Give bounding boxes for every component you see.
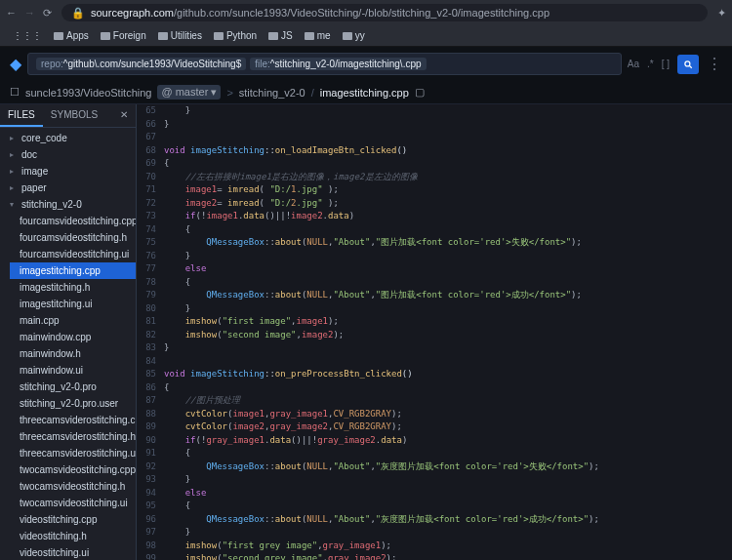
breadcrumb-folder[interactable]: stitching_v2-0 — [239, 87, 305, 99]
folder-core_code[interactable]: core_code — [0, 130, 136, 146]
code-line: 67 — [137, 131, 732, 144]
folder-icon — [54, 32, 63, 40]
code-line: 87 //图片预处理 — [137, 394, 732, 408]
bookmark-utilities[interactable]: Utilities — [153, 28, 207, 43]
bracket-toggle[interactable]: [ ] — [662, 59, 670, 69]
code-line: 66} — [137, 118, 732, 132]
close-icon[interactable]: ✕ — [112, 104, 136, 127]
file-videostitching-ui[interactable]: videostitching.ui — [10, 544, 136, 560]
folder-icon — [101, 32, 110, 40]
search-button[interactable] — [677, 55, 699, 74]
file-imagestitching-cpp[interactable]: imagestitching.cpp — [10, 262, 136, 279]
file-main-cpp[interactable]: main.cpp — [10, 312, 136, 329]
line-number: 92 — [137, 460, 164, 474]
file-imagestitching-ui[interactable]: imagestitching.ui — [10, 296, 136, 312]
bookmark-foreign[interactable]: Foreign — [96, 28, 151, 43]
code-line: 68void imageStitching::on_loadImageBtn_c… — [137, 144, 732, 158]
line-number: 94 — [137, 487, 164, 500]
line-number: 85 — [137, 368, 164, 381]
regex-toggle[interactable]: .* — [647, 59, 654, 69]
branch-at: @ master ▾ — [157, 85, 221, 100]
file-videostitching-h[interactable]: videostitching.h — [10, 528, 136, 544]
breadcrumb-file[interactable]: imagestitching.cpp — [320, 87, 409, 99]
file-threecamsviderostitching-cpp[interactable]: threecamsviderostitching.cpp — [10, 412, 136, 428]
file-fourcamsvideostitching-cpp[interactable]: fourcamsvideostitching.cpp — [10, 213, 136, 229]
case-toggle[interactable]: Aa — [628, 59, 639, 69]
back-icon[interactable]: ← — [6, 7, 17, 20]
extensions-icon[interactable]: ✦ — [717, 7, 726, 20]
code-line: 76 } — [137, 250, 732, 263]
file-twocamsvideostitching-cpp[interactable]: twocamsvideostitching.cpp — [10, 461, 136, 478]
code-line: 84 — [137, 355, 732, 369]
line-number: 86 — [137, 381, 164, 395]
file-fourcamsvideostitching-ui[interactable]: fourcamsvideostitching.ui — [10, 246, 136, 262]
file-videostitching-cpp[interactable]: videostitching.cpp — [10, 511, 136, 528]
url-path: /github.com/suncle1993/VideoStitching/-/… — [174, 7, 549, 19]
file-mainwindow-h[interactable]: mainwindow.h — [10, 345, 136, 362]
folder-icon — [158, 32, 168, 40]
line-number: 83 — [137, 341, 164, 355]
file-threecamsviderostitching-ui[interactable]: threecamsviderostitching.ui — [10, 445, 136, 461]
search-input[interactable]: repo:^github\.com/suncle1993/VideoStitch… — [27, 53, 622, 75]
url-bar[interactable]: 🔒 sourcegraph.com/github.com/suncle1993/… — [61, 4, 708, 21]
line-number: 67 — [137, 131, 164, 144]
code-line: 95 { — [137, 500, 732, 513]
code-line: 92 QMessageBox::about(NULL,"About","灰度图片… — [137, 460, 732, 474]
code-line: 93 } — [137, 473, 732, 487]
apps-icon[interactable]: ⋮⋮⋮ — [8, 28, 47, 43]
file-mainwindow-cpp[interactable]: mainwindow.cpp — [10, 329, 136, 345]
code-line: 85void imageStitching::on_preProcessBtn_… — [137, 368, 732, 381]
bookmark-me[interactable]: me — [300, 28, 336, 43]
folder-image[interactable]: image — [0, 163, 136, 180]
bookmark-js[interactable]: JS — [264, 28, 298, 43]
code-line: 65 } — [137, 104, 732, 118]
external-icon[interactable]: ▢ — [415, 86, 425, 99]
file-fourcamsvideostitching-h[interactable]: fourcamsvideostitching.h — [10, 229, 136, 246]
bookmark-apps[interactable]: Apps — [49, 28, 94, 43]
file-stitching_v2-0-pro-user[interactable]: stitching_v2-0.pro.user — [10, 395, 136, 412]
tab-symbols[interactable]: SYMBOLS — [43, 104, 105, 127]
line-number: 91 — [137, 447, 164, 460]
line-number: 78 — [137, 276, 164, 290]
line-number: 76 — [137, 250, 164, 263]
code-line: 99 imshow("second grey image",gray_image… — [137, 552, 732, 560]
folder-doc[interactable]: doc — [0, 146, 136, 163]
line-number: 96 — [137, 513, 164, 527]
file-twocamsvideostitching-ui[interactable]: twocamsvideostitching.ui — [10, 495, 136, 511]
line-number: 95 — [137, 500, 164, 513]
bookmark-bar: ⋮⋮⋮ AppsForeignUtilitiesPythonJSmeyy — [0, 25, 732, 47]
file-stitching_v2-0-pro[interactable]: stitching_v2-0.pro — [10, 379, 136, 395]
line-number: 69 — [137, 157, 164, 171]
reload-icon[interactable]: ⟳ — [43, 7, 52, 20]
code-line: 91 { — [137, 447, 732, 460]
code-line: 94 else — [137, 487, 732, 500]
bookmark-python[interactable]: Python — [209, 28, 262, 43]
code-line: 82 imshow("second image",image2); — [137, 329, 732, 342]
code-line: 74 { — [137, 223, 732, 237]
folder-icon — [305, 32, 314, 40]
line-number: 79 — [137, 289, 164, 302]
folder-paper[interactable]: paper — [0, 180, 136, 196]
svg-line-1 — [689, 65, 692, 68]
menu-icon[interactable]: ⋮ — [707, 55, 722, 73]
code-line: 83} — [137, 341, 732, 355]
line-number: 66 — [137, 118, 164, 132]
folder-stitching_v2-0[interactable]: stitching_v2-0 — [0, 196, 136, 213]
file-mainwindow-ui[interactable]: mainwindow.ui — [10, 362, 136, 379]
forward-icon[interactable]: → — [24, 7, 35, 20]
code-line: 88 cvtColor(image1,gray_image1,CV_RGB2GR… — [137, 408, 732, 421]
file-threecamsviderostitching-h[interactable]: threecamsviderostitching.h — [10, 428, 136, 445]
file-twocamsvideostitching-h[interactable]: twocamsvideostitching.h — [10, 478, 136, 495]
bookmark-yy[interactable]: yy — [338, 28, 370, 43]
line-number: 84 — [137, 355, 164, 369]
breadcrumb-repo[interactable]: suncle1993/VideoStitching — [25, 87, 151, 99]
file-imagestitching-h[interactable]: imagestitching.h — [10, 279, 136, 296]
code-viewer[interactable]: 65 }66}6768void imageStitching::on_loadI… — [137, 104, 732, 560]
code-line: 80 } — [137, 302, 732, 316]
code-line: 71 image1= imread( "D:/1.jpg" ); — [137, 183, 732, 197]
tab-files[interactable]: FILES — [0, 104, 43, 127]
logo-icon[interactable]: ◆ — [10, 55, 21, 73]
line-number: 68 — [137, 144, 164, 158]
line-number: 75 — [137, 236, 164, 250]
code-line: 79 QMessageBox::about(NULL,"About","图片加载… — [137, 289, 732, 302]
